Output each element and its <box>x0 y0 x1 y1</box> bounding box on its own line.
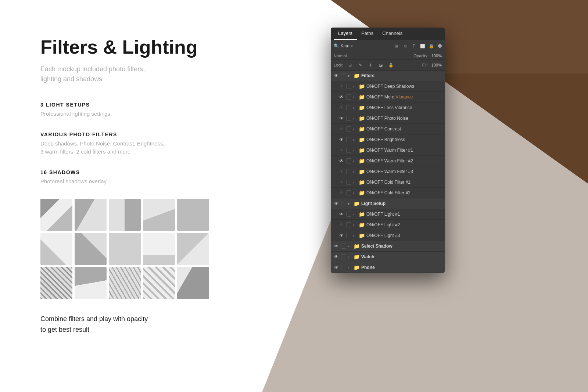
lock-label: Lock: <box>334 63 343 67</box>
expand-photo-noise[interactable]: › <box>353 116 357 121</box>
lock-icon-all[interactable]: 🔒 <box>387 61 395 69</box>
eye-deep-shadows[interactable]: 👁 <box>338 83 345 90</box>
expand-warm-filter-3[interactable]: › <box>353 170 357 174</box>
expand-less-vibrance[interactable]: › <box>353 106 357 110</box>
page-title: Filters & Lighting <box>40 37 290 58</box>
eye-cold-filter-2[interactable]: 👁 <box>338 190 345 196</box>
eye-more-vibrance[interactable]: 👁 <box>338 94 345 100</box>
shadow-thumb-14 <box>143 267 175 299</box>
eye-cold-filter-1[interactable]: 👁 <box>338 179 345 186</box>
shadow-thumb-1 <box>40 199 72 231</box>
layer-light-2-name: ON/OFF Light #2 <box>366 222 442 227</box>
layer-warm-filter-1-name: ON/OFF Warm Filter #1 <box>366 148 442 153</box>
expand-light-setup[interactable]: ▾ <box>348 202 352 206</box>
layer-warm-filter-2[interactable]: 👁 › 📁 ON/OFF Warm Filter #2 <box>331 156 445 166</box>
expand-light-3[interactable]: › <box>353 234 357 238</box>
expand-more-vibrance[interactable]: › <box>353 95 357 99</box>
check-light-setup <box>341 201 346 206</box>
opacity-value[interactable]: 100% <box>431 54 442 58</box>
tab-channels[interactable]: Channels <box>378 28 407 40</box>
tab-layers[interactable]: Layers <box>334 28 357 40</box>
expand-brightness[interactable]: › <box>353 138 357 142</box>
lock-icon-move[interactable]: ⊞ <box>346 61 354 69</box>
eye-brightness[interactable]: 👁 <box>338 136 345 143</box>
expand-phone[interactable]: › <box>348 266 352 270</box>
filter-icon-img[interactable]: ⊞ <box>392 42 400 50</box>
eye-filters[interactable]: 👁 <box>333 72 340 79</box>
shadow-thumb-7 <box>75 233 107 265</box>
fill-value[interactable]: 100% <box>431 63 442 67</box>
folder-more-vibrance-icon: 📁 <box>359 94 365 100</box>
expand-cold-filter-2[interactable]: › <box>353 191 357 195</box>
folder-less-vibrance-icon: 📁 <box>359 105 365 111</box>
layer-more-vibrance[interactable]: 👁 › 📁 ON/OFF More Vibrance <box>331 92 445 103</box>
eye-light-2[interactable]: 👁 <box>338 222 345 228</box>
eye-light-3[interactable]: 👁 <box>338 232 345 239</box>
group-filters[interactable]: 👁 ▾ 📁 Filters <box>331 71 445 81</box>
eye-light-setup[interactable]: 👁 <box>333 200 340 207</box>
expand-cold-filter-1[interactable]: › <box>353 180 357 184</box>
expand-light-2[interactable]: › <box>353 223 357 227</box>
expand-filters[interactable]: ▾ <box>348 74 352 78</box>
eye-warm-filter-1[interactable]: 👁 <box>338 147 345 154</box>
expand-warm-filter-2[interactable]: › <box>353 159 357 163</box>
subtitle: Each mockup included photo filters,light… <box>40 64 290 84</box>
group-phone[interactable]: 👁 › 📁 Phone <box>331 262 445 273</box>
filter-icon-shape[interactable]: ⬜ <box>419 42 426 50</box>
group-light-setup[interactable]: 👁 ▾ 📁 Light Setup <box>331 198 445 209</box>
layer-warm-filter-1[interactable]: 👁 › 📁 ON/OFF Warm Filter #1 <box>331 145 445 156</box>
kind-chevron: ▾ <box>351 44 353 48</box>
group-select-shadow[interactable]: 👁 › 📁 Select Shadow <box>331 241 445 252</box>
filter-toggle-dot[interactable] <box>438 44 442 48</box>
layer-light-3[interactable]: 👁 › 📁 ON/OFF Light #3 <box>331 230 445 241</box>
group-watch[interactable]: 👁 › 📁 Watch <box>331 252 445 262</box>
eye-warm-filter-3[interactable]: 👁 <box>338 168 345 175</box>
section-label-filters: Various Photo Filters <box>40 132 290 137</box>
layer-brightness[interactable]: 👁 › 📁 ON/OFF Brightness <box>331 134 445 145</box>
expand-deep-shadows[interactable]: › <box>353 84 357 89</box>
lock-icon-artboard[interactable]: ✛ <box>367 61 374 69</box>
filter-icon-text[interactable]: T <box>410 42 417 50</box>
layer-cold-filter-2[interactable]: 👁 › 📁 ON/OFF Cold Filter #2 <box>331 188 445 198</box>
layer-light-2[interactable]: 👁 › 📁 ON/OFF Light #2 <box>331 220 445 230</box>
check-light-1 <box>346 212 351 217</box>
expand-watch[interactable]: › <box>348 255 352 259</box>
folder-light-1-icon: 📁 <box>359 211 365 217</box>
filter-icon-circle[interactable]: ⊘ <box>401 42 409 50</box>
expand-warm-filter-1[interactable]: › <box>353 148 357 152</box>
folder-photo-noise-icon: 📁 <box>359 115 365 121</box>
eye-light-1[interactable]: 👁 <box>338 211 345 217</box>
tab-paths[interactable]: Paths <box>357 28 378 40</box>
eye-select-shadow[interactable]: 👁 <box>333 243 340 249</box>
check-light-2 <box>346 222 351 227</box>
eye-watch[interactable]: 👁 <box>333 253 340 260</box>
section-desc-light: Professional lighting settings <box>40 110 290 118</box>
layer-warm-filter-3[interactable]: 👁 › 📁 ON/OFF Warm Filter #3 <box>331 166 445 177</box>
group-phone-name: Phone <box>361 265 442 270</box>
kind-label: Kind <box>341 43 349 48</box>
layer-cold-filter-2-name: ON/OFF Cold Filter #2 <box>366 190 442 195</box>
expand-light-1[interactable]: › <box>353 212 357 216</box>
layer-light-1[interactable]: 👁 › 📁 ON/OFF Light #1 <box>331 209 445 220</box>
eye-phone[interactable]: 👁 <box>333 264 340 271</box>
eye-warm-filter-2[interactable]: 👁 <box>338 158 345 164</box>
layer-contrast[interactable]: 👁 › 📁 ON/OFF Contrast <box>331 124 445 134</box>
expand-select-shadow[interactable]: › <box>348 244 352 248</box>
lock-icon-draw[interactable]: ✎ <box>356 61 364 69</box>
folder-warm-filter-2-icon: 📁 <box>359 158 365 164</box>
eye-contrast[interactable]: 👁 <box>338 126 345 132</box>
shadow-thumb-5 <box>177 199 209 231</box>
layer-photo-noise[interactable]: 👁 › 📁 ON/OFF Photo Noise <box>331 113 445 124</box>
folder-phone-icon: 📁 <box>354 265 360 270</box>
layer-cold-filter-1[interactable]: 👁 › 📁 ON/OFF Cold Filter #1 <box>331 177 445 188</box>
layer-less-vibrance[interactable]: 👁 › 📁 ON/OFF Less Vibrance <box>331 103 445 113</box>
expand-contrast[interactable]: › <box>353 127 357 131</box>
folder-light-setup-icon: 📁 <box>354 201 360 206</box>
layer-warm-filter-2-name: ON/OFF Warm Filter #2 <box>366 158 442 163</box>
layer-deep-shadows[interactable]: 👁 › 📁 ON/OFF Deep Shadows <box>331 81 445 92</box>
eye-photo-noise[interactable]: 👁 <box>338 115 345 122</box>
lock-icon-position[interactable]: ◪ <box>377 61 384 69</box>
eye-less-vibrance[interactable]: 👁 <box>338 104 345 111</box>
layers-list: 👁 ▾ 📁 Filters 👁 › 📁 ON/OFF Deep Shadows … <box>331 71 445 273</box>
filter-icon-lock[interactable]: 🔒 <box>428 42 435 50</box>
